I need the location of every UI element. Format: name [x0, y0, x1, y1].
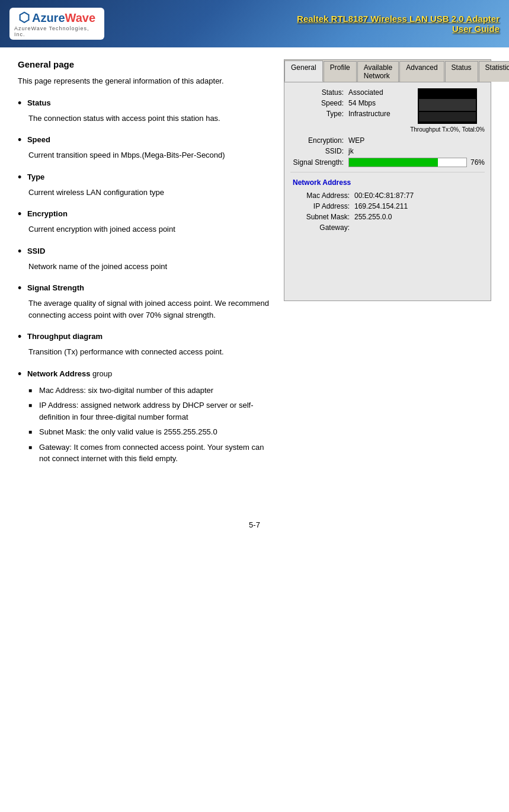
throughput-bar-2 — [419, 112, 476, 122]
widget-panel: General Profile Available Network Advanc… — [284, 59, 491, 301]
logo-area: ⬡ AzureWave AzureWave Technologies, Inc. — [9, 8, 104, 40]
tab-general[interactable]: General — [284, 60, 323, 82]
mac-value: 00:E0:4C:81:87:77 — [354, 191, 414, 200]
ssid-label: SSID: — [290, 147, 344, 155]
tabs: General Profile Available Network Advanc… — [284, 60, 491, 82]
network-address-body: Mac Address: 00:E0:4C:81:87:77 IP Addres… — [290, 190, 485, 235]
list-item: IP Address: assigned network address by … — [28, 399, 272, 423]
bullet-title-encryption: Encryption — [27, 209, 68, 218]
list-item: Speed Current transition speed in Mbps.(… — [18, 132, 272, 161]
list-item: Type Current wireless LAN configuration … — [18, 170, 272, 199]
speed-value: 54 Mbps — [348, 99, 376, 107]
tab-advanced[interactable]: Advanced — [399, 61, 444, 82]
subnet-row: Subnet Mask: 255.255.0.0 — [296, 213, 479, 221]
list-item: Encryption Current encryption with joine… — [18, 206, 272, 235]
header-title: Realtek RTL8187 Wireless LAN USB 2.0 Ada… — [297, 14, 500, 34]
gateway-row: Gateway: — [296, 223, 479, 232]
bullet-desc-type: Current wireless LAN configuration type — [28, 187, 272, 199]
bullet-list: Status The connection status with access… — [18, 95, 272, 465]
logo-azure: Azure — [32, 11, 65, 24]
signal-label: Signal Strength: — [290, 158, 344, 167]
mac-label: Mac Address: — [296, 191, 350, 200]
bullet-desc-speed: Current transition speed in Mbps.(Mega-B… — [28, 149, 272, 161]
status-label: Status: — [290, 88, 344, 97]
ip-row: IP Address: 169.254.154.211 — [296, 202, 479, 210]
bullet-title-network: Network Address — [27, 369, 90, 378]
speed-label: Speed: — [290, 99, 344, 107]
logo-subtitle: AzureWave Technologies, Inc. — [14, 25, 100, 37]
signal-row: Signal Strength: 76% — [290, 158, 485, 167]
network-address-header: Network Address — [290, 177, 485, 188]
encryption-label: Encryption: — [290, 136, 344, 145]
signal-bar-container — [348, 158, 467, 167]
info-rows-left: Status: Associated Speed: 54 Mbps Type: … — [290, 88, 405, 120]
page-title: General page — [18, 59, 272, 69]
bullet-desc-throughput: Transition (Tx) performance with connect… — [28, 346, 272, 358]
page-number: 5-7 — [249, 520, 260, 529]
bullet-desc-encryption: Current encryption with joined access po… — [28, 223, 272, 235]
bullet-title-speed: Speed — [27, 135, 50, 144]
throughput-bar-1 — [419, 99, 476, 111]
logo-wave: Wave — [65, 11, 96, 24]
logo-text: AzureWave — [32, 11, 95, 25]
throughput-container: Status: Associated Speed: 54 Mbps Type: … — [290, 88, 485, 133]
bullet-title-throughput: Throughput diagram — [27, 332, 103, 341]
bullet-title-signal: Signal Strength — [27, 283, 84, 292]
logo-box: ⬡ AzureWave AzureWave Technologies, Inc. — [9, 8, 104, 40]
type-value: Infrastructure — [348, 110, 390, 118]
throughput-label: Throughput Tx:0%, Total:0% — [410, 126, 485, 133]
throughput-area: Throughput Tx:0%, Total:0% — [410, 88, 485, 133]
bullet-title-ssid: SSID — [27, 246, 45, 255]
sub-item-gateway: Gateway: It comes from connected access … — [39, 442, 272, 465]
list-item: Gateway: It comes from connected access … — [28, 442, 272, 465]
signal-bar-fill — [349, 158, 438, 167]
list-item: Mac Address: six two-digital number of t… — [28, 385, 272, 397]
list-item: Subnet Mask: the only valid value is 255… — [28, 426, 272, 438]
status-row: Status: Associated — [290, 88, 405, 97]
tab-profile[interactable]: Profile — [324, 61, 357, 82]
speed-row: Speed: 54 Mbps — [290, 99, 405, 107]
header-title-line1: Realtek RTL8187 Wireless LAN USB 2.0 Ada… — [297, 14, 500, 24]
empty-space — [290, 235, 485, 295]
bullet-desc-signal: The average quality of signal with joine… — [28, 298, 272, 321]
widget-body: Status: Associated Speed: 54 Mbps Type: … — [284, 82, 491, 300]
sub-item-subnet: Subnet Mask: the only valid value is 255… — [39, 426, 217, 438]
subnet-label: Subnet Mask: — [296, 213, 350, 221]
list-item: SSID Network name of the joined access p… — [18, 244, 272, 273]
tab-available-network[interactable]: Available Network — [357, 61, 399, 82]
encryption-value: WEP — [348, 136, 364, 145]
type-label: Type: — [290, 110, 344, 118]
ssid-value: jk — [348, 147, 354, 155]
subnet-value: 255.255.0.0 — [354, 213, 392, 221]
left-panel: General page This page represents the ge… — [18, 59, 272, 473]
tab-statistics[interactable]: Statistics — [479, 61, 509, 82]
header-title-line2: User Guide — [297, 24, 500, 34]
encryption-row: Encryption: WEP — [290, 136, 485, 145]
divider — [290, 172, 485, 172]
bullet-title-type: Type — [27, 172, 44, 181]
ip-label: IP Address: — [296, 202, 350, 210]
footer: 5-7 — [0, 509, 509, 541]
tab-status[interactable]: Status — [445, 61, 478, 82]
gateway-label: Gateway: — [296, 223, 350, 232]
list-item: Network Address group Mac Address: six t… — [18, 366, 272, 465]
page-intro: This page represents the general informa… — [18, 75, 272, 87]
header: ⬡ AzureWave AzureWave Technologies, Inc.… — [0, 0, 509, 47]
list-item: Throughput diagram Transition (Tx) perfo… — [18, 329, 272, 358]
ssid-row: SSID: jk — [290, 147, 485, 155]
bullet-title-status: Status — [27, 98, 51, 107]
logo-icon: ⬡ — [18, 10, 30, 25]
throughput-box — [418, 88, 477, 124]
right-panel: General Profile Available Network Advanc… — [284, 59, 491, 473]
sub-item-ip: IP Address: assigned network address by … — [39, 399, 272, 423]
sub-item-mac: Mac Address: six two-digital number of t… — [39, 385, 213, 397]
mac-row: Mac Address: 00:E0:4C:81:87:77 — [296, 191, 479, 200]
signal-percent: 76% — [470, 158, 485, 167]
main-content: General page This page represents the ge… — [0, 47, 509, 485]
list-item: Status The connection status with access… — [18, 95, 272, 124]
type-row: Type: Infrastructure — [290, 110, 405, 118]
list-item: Signal Strength The average quality of s… — [18, 280, 272, 321]
bullet-desc-ssid: Network name of the joined access point — [28, 261, 272, 273]
sub-bullet-list: Mac Address: six two-digital number of t… — [28, 385, 272, 465]
bullet-desc-status: The connection status with access point … — [28, 113, 272, 124]
